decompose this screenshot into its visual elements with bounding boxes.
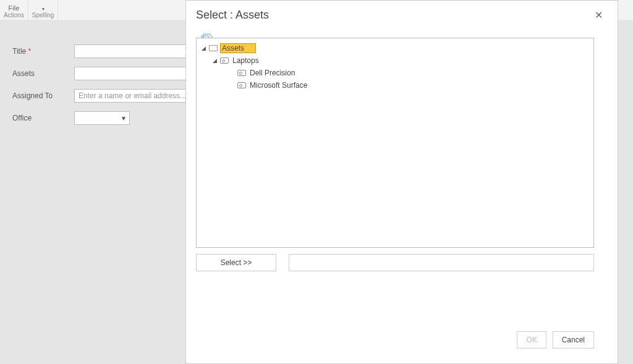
ok-button[interactable]: OK: [517, 331, 546, 349]
collapse-caret-icon[interactable]: ◢: [200, 45, 206, 51]
dialog-body: ◢ Assets ◢ Laptops Dell Precision Micros…: [196, 38, 594, 320]
tree-leaf-dell[interactable]: Dell Precision: [200, 67, 590, 79]
assigned-to-label: Assigned To: [12, 91, 74, 100]
title-label: Title *: [12, 47, 74, 56]
office-label: Office: [12, 114, 74, 122]
tree-pane: ◢ Assets ◢ Laptops Dell Precision Micros…: [196, 38, 594, 248]
tree-leaf-label: Dell Precision: [249, 69, 296, 77]
assets-label: Assets: [12, 69, 74, 78]
tree-leaf-label: Microsoft Surface: [249, 81, 308, 90]
tree-leaf-surface[interactable]: Microsoft Surface: [200, 79, 590, 91]
spelling-label: Spelling: [32, 12, 54, 19]
tree-node-laptops[interactable]: ◢ Laptops: [200, 54, 590, 67]
ribbon-actions-group[interactable]: File Actions: [0, 0, 28, 20]
cancel-button[interactable]: Cancel: [553, 331, 594, 349]
tree-root-label: Assets: [220, 43, 256, 53]
ribbon-spelling-group[interactable]: ▾ Spelling: [28, 0, 59, 20]
required-star-icon: *: [28, 47, 32, 56]
chevron-down-icon: ▼: [121, 115, 127, 122]
dialog-title: Select : Assets: [196, 9, 269, 22]
dialog-select-assets: Select : Assets ✕ ◢ Assets ◢ Laptops: [185, 0, 618, 364]
select-button[interactable]: Select >>: [196, 254, 276, 271]
termset-icon: [209, 45, 218, 51]
tag-icon: [237, 82, 246, 88]
tree-root[interactable]: ◢ Assets: [200, 42, 590, 54]
collapse-caret-icon[interactable]: ◢: [211, 57, 218, 64]
actions-label: Actions: [4, 12, 24, 19]
close-icon[interactable]: ✕: [590, 7, 608, 23]
tree-node-label: Laptops: [231, 56, 260, 65]
file-label: File: [9, 4, 20, 12]
tag-icon: [237, 70, 246, 76]
tag-icon: [220, 57, 229, 64]
office-select[interactable]: ▼: [74, 111, 130, 125]
chevron-down-icon: ▾: [42, 6, 45, 12]
select-output[interactable]: [289, 254, 594, 271]
